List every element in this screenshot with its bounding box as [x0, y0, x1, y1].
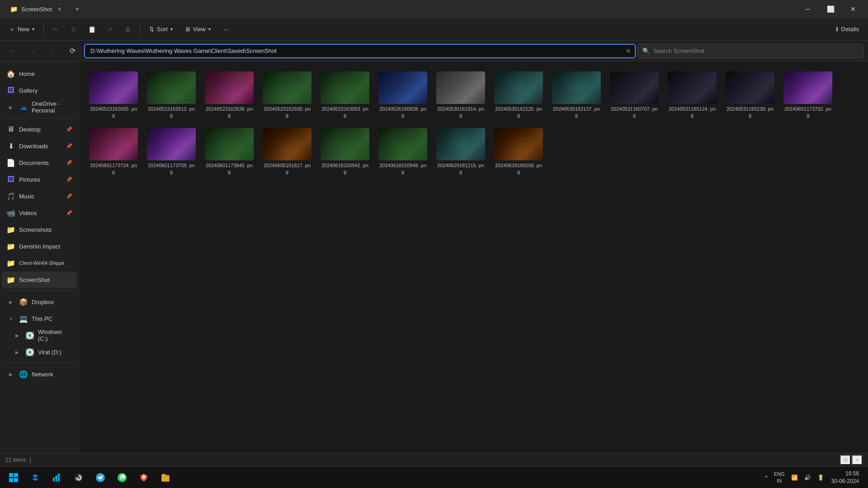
sidebar-item-dropbox[interactable]: ▶ 📦 Dropbox: [2, 294, 77, 310]
sidebar-item-genshin[interactable]: 📁 Genshin Impact: [2, 238, 77, 254]
taskbar-dropbox[interactable]: [25, 469, 45, 487]
file-name-20: 20240629190258. png: [494, 162, 543, 175]
file-name-15: 20240601173845. png: [205, 162, 254, 175]
tab-label: ScreenShot: [21, 6, 52, 13]
maximize-button[interactable]: ⬜: [820, 2, 841, 16]
share-button[interactable]: ↗: [102, 21, 118, 38]
sidebar-item-videos[interactable]: 📹 Videos 📌: [2, 205, 77, 221]
file-name-3: 20240523162930. png: [263, 106, 311, 119]
sidebar-item-desktop[interactable]: 🖥 Desktop 📌: [2, 121, 77, 137]
sidebar-separator-3: [4, 363, 75, 363]
file-item-6[interactable]: 20240530161914. png: [434, 69, 488, 122]
list-view-button[interactable]: ≡: [852, 455, 863, 465]
item-count: 21 items: [5, 457, 26, 463]
drive-d-icon: 💽: [25, 348, 34, 357]
file-name-14: 20240601173759. png: [147, 162, 196, 175]
up-button[interactable]: ↑: [44, 43, 61, 59]
tab-close-button[interactable]: ✕: [56, 5, 64, 13]
speaker-button[interactable]: 🔊: [802, 473, 814, 483]
file-item-17[interactable]: 20240618150942. png: [318, 125, 372, 178]
file-item-20[interactable]: 20240629190258. png: [491, 125, 546, 178]
taskbar-brave[interactable]: [134, 469, 154, 487]
paste-button[interactable]: 📋: [84, 21, 100, 38]
file-item-9[interactable]: 20240531160707. png: [607, 69, 661, 122]
taskbar-steam[interactable]: [69, 469, 89, 487]
back-button[interactable]: ←: [5, 43, 21, 59]
file-name-5: 20240526180928. png: [378, 106, 427, 119]
taskbar-telegram[interactable]: [90, 469, 110, 487]
forward-button[interactable]: →: [24, 43, 41, 59]
taskbar-whatsapp[interactable]: [112, 469, 132, 487]
file-item-2[interactable]: 20240523162636. png: [202, 69, 256, 122]
language-button[interactable]: ENG IN: [771, 469, 788, 486]
wifi-button[interactable]: 📶: [788, 473, 801, 483]
file-item-13[interactable]: 20240601173724. png: [86, 125, 141, 178]
view-icon: ⊞: [185, 26, 190, 33]
sidebar-item-thispc[interactable]: ▾ 💻 This PC: [2, 310, 77, 327]
new-button[interactable]: ＋ New ▾: [4, 21, 40, 38]
status-separator: |: [29, 457, 31, 463]
close-button[interactable]: ✕: [843, 2, 863, 16]
taskbar-files[interactable]: [156, 469, 175, 487]
address-clear-button[interactable]: ✕: [623, 46, 634, 56]
file-item-7[interactable]: 20240530162125. png: [491, 69, 546, 122]
sidebar-item-music[interactable]: 🎵 Music 📌: [2, 188, 77, 204]
view-toggle: ⊞ ≡: [840, 455, 863, 465]
sidebar-item-screenshot2[interactable]: 📁 ScreenShot: [2, 272, 77, 288]
copy-button[interactable]: ⎘: [66, 21, 82, 38]
cut-button[interactable]: ✂: [47, 21, 64, 38]
file-item-5[interactable]: 20240526180928. png: [376, 69, 430, 122]
videos-icon: 📹: [6, 209, 15, 217]
file-item-19[interactable]: 20240629181215. png: [434, 125, 488, 178]
file-item-11[interactable]: 20240531165230. png: [723, 69, 777, 122]
file-item-0[interactable]: 20240523162605. png: [86, 69, 141, 122]
refresh-button[interactable]: ⟳: [64, 43, 80, 59]
expand-icon-pc: ▾: [6, 316, 15, 321]
sidebar-item-pictures[interactable]: 🖼 Pictures 📌: [2, 171, 77, 188]
sort-button[interactable]: ⇅ Sort ▾: [144, 21, 178, 38]
minimize-button[interactable]: ─: [797, 2, 818, 16]
battery-button[interactable]: 🔋: [815, 473, 827, 483]
taskbar-task-manager[interactable]: [47, 469, 67, 487]
expand-icon: ▶: [6, 105, 15, 110]
file-item-18[interactable]: 20240618150949. png: [376, 125, 430, 178]
delete-button[interactable]: 🗑: [120, 21, 136, 38]
sidebar-item-gallery[interactable]: 🖼 Gallery: [2, 82, 77, 99]
grid-view-button[interactable]: ⊞: [840, 455, 851, 465]
more-options-button[interactable]: ···: [218, 21, 234, 38]
system-tray-chevron[interactable]: ^: [762, 473, 770, 483]
sidebar-item-onedrive[interactable]: ▶ ☁ OneDrive - Personal: [2, 99, 77, 115]
sidebar-item-viratd[interactable]: ▶ 💽 Virat (D:): [2, 344, 77, 360]
folder-icon-gi: 📁: [6, 242, 15, 251]
sidebar-item-screenshots[interactable]: 📁 Screenshots: [2, 221, 77, 238]
sidebar-item-documents[interactable]: 📄 Documents 📌: [2, 155, 77, 171]
active-tab[interactable]: 📁 ScreenShot ✕: [5, 2, 69, 16]
file-item-12[interactable]: 20240601173702. png: [781, 69, 835, 122]
file-item-14[interactable]: 20240601173759. png: [144, 125, 198, 178]
sidebar-separator-2: [4, 291, 75, 291]
sidebar-item-downloads[interactable]: ⬇ Downloads 📌: [2, 138, 77, 154]
new-tab-button[interactable]: +: [71, 3, 84, 15]
file-item-15[interactable]: 20240601173845. png: [202, 125, 256, 178]
details-button[interactable]: ℹ Details: [830, 21, 864, 38]
file-item-1[interactable]: 20240523162612. png: [144, 69, 198, 122]
explorer-icon: [160, 473, 170, 483]
file-item-8[interactable]: 20240530162137. png: [549, 69, 604, 122]
sidebar-item-home[interactable]: 🏠 Home: [2, 66, 77, 82]
file-item-4[interactable]: 20240523163003. png: [318, 69, 372, 122]
onedrive-icon: ☁: [19, 103, 28, 112]
file-item-3[interactable]: 20240523162930. png: [260, 69, 314, 122]
gallery-icon: 🖼: [6, 86, 15, 94]
sidebar-item-windowsc[interactable]: ▶ 💽 Windows (C:): [2, 327, 77, 343]
address-input[interactable]: [84, 44, 636, 58]
start-button[interactable]: [5, 469, 22, 486]
file-item-10[interactable]: 20240531165124. png: [665, 69, 719, 122]
file-item-16[interactable]: 20240605181817. png: [260, 125, 314, 178]
clock[interactable]: 16:58 30-06-2024: [828, 468, 863, 487]
sidebar-item-client[interactable]: 📁 Client-Win64-Shippir: [2, 255, 77, 271]
music-icon: 🎵: [6, 192, 15, 201]
sidebar-item-network[interactable]: ▶ 🌐 Network: [2, 366, 77, 382]
file-name-4: 20240523163003. png: [321, 106, 369, 119]
search-box[interactable]: 🔍 Search ScreenShot: [637, 44, 863, 58]
view-button[interactable]: ⊞ View ▾: [180, 21, 216, 38]
